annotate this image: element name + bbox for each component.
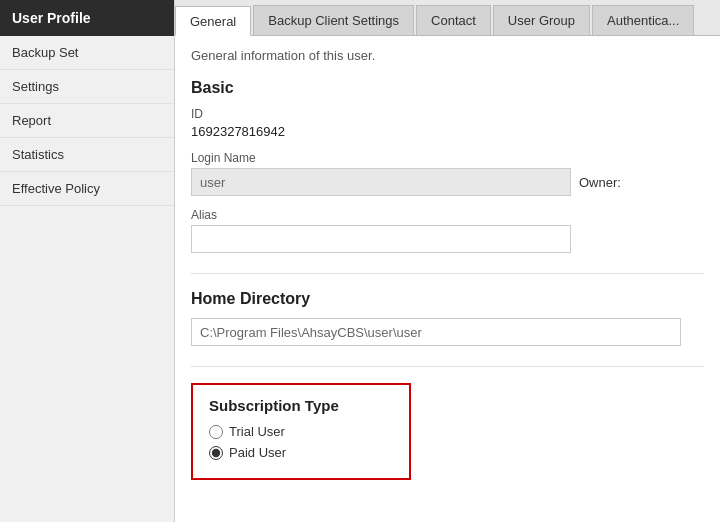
tab-backup-client-settings[interactable]: Backup Client Settings bbox=[253, 5, 414, 35]
home-directory-section: Home Directory bbox=[191, 290, 704, 346]
tab-contact[interactable]: Contact bbox=[416, 5, 491, 35]
id-field: ID 1692327816942 bbox=[191, 107, 704, 139]
sidebar-item-backup-set[interactable]: Backup Set bbox=[0, 36, 174, 70]
subscription-title: Subscription Type bbox=[209, 397, 393, 414]
home-directory-input[interactable] bbox=[191, 318, 681, 346]
main-panel: General Backup Client Settings Contact U… bbox=[175, 0, 720, 522]
id-value: 1692327816942 bbox=[191, 124, 704, 139]
alias-label: Alias bbox=[191, 208, 704, 222]
basic-title: Basic bbox=[191, 79, 704, 97]
subscription-section: Subscription Type Trial User Paid User bbox=[191, 383, 704, 480]
content-description: General information of this user. bbox=[191, 48, 704, 63]
divider-1 bbox=[191, 273, 704, 274]
paid-user-row: Paid User bbox=[209, 445, 393, 460]
divider-2 bbox=[191, 366, 704, 367]
sidebar-item-statistics[interactable]: Statistics bbox=[0, 138, 174, 172]
home-directory-title: Home Directory bbox=[191, 290, 704, 308]
owner-label: Owner: bbox=[579, 175, 621, 190]
sidebar-title: User Profile bbox=[0, 0, 174, 36]
tab-bar: General Backup Client Settings Contact U… bbox=[175, 0, 720, 36]
basic-section: Basic ID 1692327816942 Login Name Owner:… bbox=[191, 79, 704, 253]
sidebar-item-report[interactable]: Report bbox=[0, 104, 174, 138]
tab-general[interactable]: General bbox=[175, 6, 251, 36]
alias-input[interactable] bbox=[191, 225, 571, 253]
tab-authentication[interactable]: Authentica... bbox=[592, 5, 694, 35]
subscription-box: Subscription Type Trial User Paid User bbox=[191, 383, 411, 480]
id-label: ID bbox=[191, 107, 704, 121]
sidebar: User Profile Backup Set Settings Report … bbox=[0, 0, 175, 522]
trial-user-label: Trial User bbox=[229, 424, 285, 439]
paid-user-radio[interactable] bbox=[209, 446, 223, 460]
tab-user-group[interactable]: User Group bbox=[493, 5, 590, 35]
login-name-row: Owner: bbox=[191, 168, 704, 196]
sidebar-item-effective-policy[interactable]: Effective Policy bbox=[0, 172, 174, 206]
login-name-field: Login Name Owner: bbox=[191, 151, 704, 196]
trial-user-row: Trial User bbox=[209, 424, 393, 439]
alias-field: Alias bbox=[191, 208, 704, 253]
content-area: General information of this user. Basic … bbox=[175, 36, 720, 522]
trial-user-radio[interactable] bbox=[209, 425, 223, 439]
login-name-label: Login Name bbox=[191, 151, 704, 165]
login-name-input[interactable] bbox=[191, 168, 571, 196]
sidebar-item-settings[interactable]: Settings bbox=[0, 70, 174, 104]
paid-user-label: Paid User bbox=[229, 445, 286, 460]
